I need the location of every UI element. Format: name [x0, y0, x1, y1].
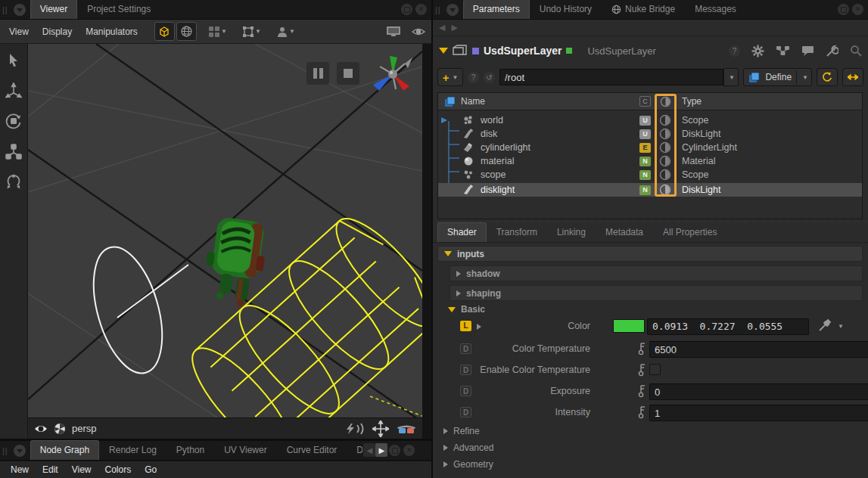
table-row-material[interactable]: material N Material	[438, 154, 862, 168]
pause-button[interactable]	[306, 62, 329, 85]
expand-width-button[interactable]	[842, 68, 863, 86]
flash-camera-icon[interactable]	[345, 423, 365, 435]
table-row-world[interactable]: world U Scope	[438, 113, 862, 127]
tab-undo-history[interactable]: Undo History	[530, 0, 602, 19]
3d-cube-toggle[interactable]	[154, 22, 175, 41]
name-column-header[interactable]: Name	[461, 96, 485, 107]
path-dropdown-button[interactable]: ▼	[723, 68, 739, 86]
tab-uv-viewer[interactable]: UV Viewer	[214, 440, 276, 460]
visibility-icon[interactable]	[659, 141, 671, 154]
menu-display[interactable]: Display	[36, 23, 78, 40]
default-state-badge[interactable]: D	[460, 365, 471, 375]
section-shadow[interactable]: shadow	[450, 265, 863, 281]
scale-tool[interactable]	[3, 139, 25, 163]
hierarchy-icon[interactable]	[776, 45, 790, 56]
exposure-input[interactable]	[649, 383, 868, 400]
section-basic[interactable]: Basic	[445, 304, 485, 315]
visibility-icon[interactable]	[659, 155, 671, 167]
help-icon[interactable]: ?	[468, 72, 479, 83]
wrench-icon[interactable]	[826, 45, 838, 57]
camera-shutter-icon[interactable]	[54, 423, 66, 435]
table-row-disk[interactable]: disk U DiskLight	[438, 127, 862, 141]
pane-menu-button[interactable]	[14, 4, 26, 16]
close-pane-icon[interactable]	[415, 4, 427, 15]
tab-transform[interactable]: Transform	[487, 222, 547, 242]
tab-shader[interactable]: Shader	[437, 222, 487, 242]
layout-select-button[interactable]: ▼	[207, 22, 228, 41]
menu-colors[interactable]: Colors	[99, 461, 138, 478]
gear-icon[interactable]	[751, 45, 764, 57]
pane-drag-handle[interactable]: ||	[2, 5, 8, 14]
reset-to-default-button[interactable]	[817, 68, 838, 86]
default-state-badge[interactable]: D	[460, 343, 471, 354]
color-swatch[interactable]	[613, 319, 645, 333]
tab-render-log[interactable]: Render Log	[99, 440, 166, 460]
eye-icon[interactable]	[34, 424, 48, 434]
node-name[interactable]: UsdSuperLayer	[484, 45, 562, 57]
translate-tool[interactable]	[3, 79, 25, 103]
expression-toggle-icon[interactable]	[638, 363, 646, 377]
help-icon[interactable]: ?	[729, 45, 740, 57]
expression-toggle-icon[interactable]	[638, 384, 646, 398]
color-options-dropdown-icon[interactable]: ▼	[838, 323, 844, 330]
select-tool[interactable]	[3, 48, 25, 73]
camera-name-label[interactable]: persp	[72, 423, 97, 434]
pan-crosshair-icon[interactable]	[372, 421, 389, 437]
revert-icon[interactable]: ↺	[484, 72, 495, 83]
section-geometry[interactable]: Geometry	[440, 459, 493, 470]
float-pane-icon[interactable]	[389, 445, 400, 456]
pane-menu-button[interactable]	[446, 4, 459, 16]
table-row-disklight-selected[interactable]: disklight N DiskLight	[438, 183, 862, 197]
section-inputs[interactable]: inputs	[437, 246, 863, 262]
color-temperature-input[interactable]	[649, 341, 868, 358]
stop-button[interactable]	[337, 62, 359, 85]
expression-toggle-icon[interactable]	[638, 405, 646, 419]
tab-scroll-right-icon[interactable]: ▶	[375, 443, 387, 457]
tab-curve-editor[interactable]: Curve Editor	[277, 440, 347, 460]
close-pane-icon[interactable]	[403, 445, 415, 456]
menu-new[interactable]: New	[5, 461, 35, 478]
menu-go[interactable]: Go	[138, 461, 163, 478]
visibility-eye-button[interactable]	[408, 22, 428, 41]
eyedropper-icon[interactable]	[817, 319, 831, 333]
section-refine[interactable]: Refine	[440, 426, 480, 436]
intensity-input[interactable]	[649, 405, 868, 421]
pane-menu-button[interactable]	[14, 445, 26, 457]
globe-toggle[interactable]	[176, 22, 197, 41]
selection-mode-button[interactable]: ▼	[241, 22, 262, 41]
tab-python[interactable]: Python	[166, 440, 214, 460]
close-pane-icon[interactable]	[852, 4, 863, 15]
local-state-badge[interactable]: L	[460, 321, 471, 331]
menu-manipulators[interactable]: Manipulators	[79, 23, 144, 40]
collapse-node-icon[interactable]	[439, 48, 448, 54]
visibility-icon[interactable]	[659, 169, 671, 181]
node-color-swatch[interactable]	[472, 48, 479, 54]
nav-forward-icon[interactable]: ▶	[451, 23, 457, 33]
enable-color-temperature-checkbox[interactable]	[649, 364, 661, 375]
rotate-tool[interactable]	[3, 109, 25, 133]
add-prim-button[interactable]: +▼	[437, 68, 463, 86]
tab-viewer[interactable]: Viewer	[30, 0, 77, 19]
menu-view[interactable]: View	[3, 23, 35, 40]
tab-clipped[interactable]: D	[347, 440, 363, 460]
tab-metadata[interactable]: Metadata	[596, 222, 653, 242]
menu-edit[interactable]: Edit	[36, 461, 64, 478]
section-shaping[interactable]: shaping	[450, 285, 863, 301]
table-row-cylinderlight[interactable]: cylinderlight E CylinderLight	[438, 141, 862, 154]
float-pane-icon[interactable]	[838, 4, 849, 15]
color-values-field[interactable]: 0.0913 0.7227 0.0555	[647, 318, 809, 335]
tab-scroll-left-icon[interactable]: ◀	[363, 443, 375, 457]
type-column-header[interactable]: Type	[682, 96, 702, 107]
define-dropdown[interactable]: Define ▼	[743, 68, 812, 86]
menu-view[interactable]: View	[66, 461, 98, 478]
orbit-tool[interactable]	[3, 169, 25, 194]
pane-drag-handle[interactable]: ||	[2, 446, 8, 455]
float-pane-icon[interactable]	[401, 4, 412, 15]
visibility-icon[interactable]	[659, 128, 671, 140]
default-state-badge[interactable]: D	[460, 386, 471, 396]
tab-node-graph[interactable]: Node Graph	[30, 440, 99, 460]
expression-toggle-icon[interactable]	[638, 342, 646, 355]
tab-parameters[interactable]: Parameters	[463, 0, 530, 19]
3d-viewport[interactable]	[28, 44, 422, 417]
render-display-button[interactable]	[383, 22, 403, 41]
